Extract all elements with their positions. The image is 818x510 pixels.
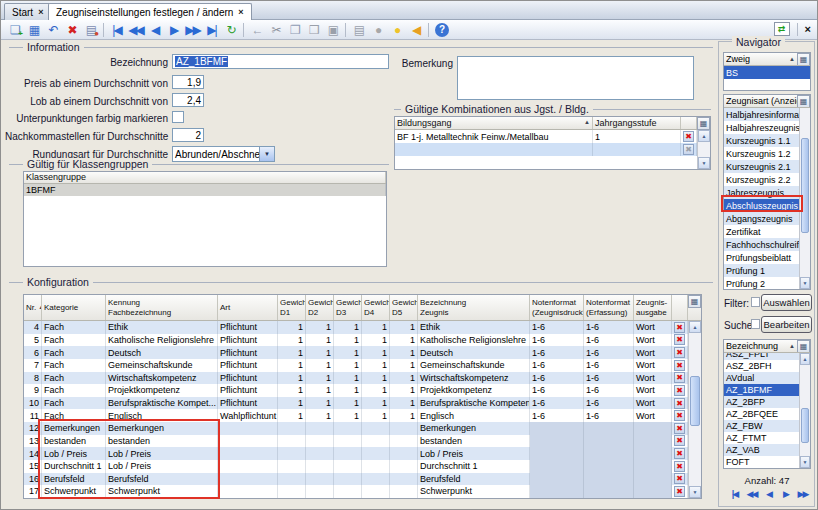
list-item[interactable]: AZ_2BFQEE xyxy=(724,408,799,420)
lob-input[interactable]: 2,4 xyxy=(172,93,204,107)
table-row[interactable]: 11FachEnglischWahlpflichtunt11111Englisc… xyxy=(24,409,701,422)
select-region-icon[interactable]: ▣ xyxy=(323,21,342,38)
delete-row-button[interactable]: ✖ xyxy=(683,144,694,155)
filter-auswaehlen-button[interactable]: Auswählen xyxy=(761,294,812,311)
delete-row-button[interactable]: ✖ xyxy=(674,486,685,497)
horn-icon[interactable]: ◀ xyxy=(406,21,425,38)
nav-first-button[interactable]: |◀ xyxy=(727,489,742,499)
tab-close-icon[interactable]: × xyxy=(38,7,43,17)
list-item[interactable]: Kurszeugnis 2.2 xyxy=(724,173,799,186)
table-row[interactable]: 4FachEthikPflichtunt11111Ethik1-61-6Wort… xyxy=(24,321,701,334)
nav-fast-prev-button[interactable]: ◀◀ xyxy=(744,489,759,499)
delete-row-button[interactable]: ✖ xyxy=(674,423,685,434)
dock-window-icon[interactable]: ⇄ xyxy=(774,22,790,36)
list-item[interactable]: AZ_FBW xyxy=(724,420,799,432)
column-header[interactable]: Gewicht D5 xyxy=(390,295,418,320)
list-item[interactable]: Kurszeugnis 1.1 xyxy=(724,134,799,147)
list-header[interactable]: Zweig▲▦ xyxy=(724,53,810,66)
field-chooser-icon[interactable]: ▦ xyxy=(797,95,810,108)
cut-icon[interactable]: ✂ xyxy=(266,21,285,38)
delete-row-button[interactable]: ✖ xyxy=(674,410,685,421)
copy-icon[interactable]: ❐ xyxy=(285,21,304,38)
table-row[interactable]: 15Durchschnitt 1Lob / PreisDurchschnitt … xyxy=(24,460,701,473)
delete-record-icon[interactable]: ✖ xyxy=(62,21,81,38)
fast-prev-record-icon[interactable]: ◀◀ xyxy=(126,21,145,38)
scroll-down-button[interactable]: ▼ xyxy=(800,456,810,468)
column-header[interactable]: Nr.▲ xyxy=(24,295,42,320)
undo-icon[interactable]: ↶ xyxy=(43,21,62,38)
list-item[interactable]: Prüfungsbeiblatt xyxy=(724,251,799,264)
column-header[interactable]: Gewicht D3 xyxy=(334,295,362,320)
field-chooser-icon[interactable]: ▦ xyxy=(797,53,810,66)
column-header[interactable]: Klassengruppe xyxy=(24,172,386,183)
scrollbar-thumb[interactable] xyxy=(801,408,809,443)
combobox-dropdown-icon[interactable]: ▼ xyxy=(259,147,274,161)
list-item[interactable]: Abgangszeugnis xyxy=(724,212,799,225)
field-chooser-icon[interactable]: ▦ xyxy=(697,117,710,130)
vertical-scrollbar[interactable]: ▼ xyxy=(799,108,810,289)
vertical-scrollbar[interactable]: ▲▼ xyxy=(697,130,710,169)
table-row[interactable]: 13bestandenbestandenbestanden✖ xyxy=(24,435,701,448)
table-row[interactable]: 12BemerkungenBemerkungenBemerkungen✖ xyxy=(24,422,701,435)
list-item[interactable]: Fachhochschulreife xyxy=(724,238,799,251)
scrollbar-thumb[interactable] xyxy=(801,138,809,233)
delete-row-button[interactable]: ✖ xyxy=(674,372,685,383)
list-item[interactable]: ASZ_FPLT xyxy=(724,353,799,360)
tab-zeugniseinstellungen[interactable]: Zeugniseinstellungen festlegen / ändern … xyxy=(48,3,252,20)
delete-row-button[interactable]: ✖ xyxy=(683,131,694,142)
column-header[interactable]: Bezeichnung Zeugnis xyxy=(418,295,530,320)
tab-start[interactable]: Start × xyxy=(4,3,51,20)
nachkommastellen-input[interactable]: 2 xyxy=(172,128,204,142)
delete-row-button[interactable]: ✖ xyxy=(674,473,685,484)
paste-icon[interactable]: ❒ xyxy=(304,21,323,38)
list-item[interactable]: Abschlusszeugnis xyxy=(724,199,799,212)
column-header[interactable]: Gewicht D4 xyxy=(362,295,390,320)
list-item[interactable]: Kurszeugnis 1.2 xyxy=(724,147,799,160)
list-header[interactable]: Bezeichnung▲▦ xyxy=(724,340,810,353)
table-row[interactable]: 7FachGemeinschaftskundePflichtunt11111Ge… xyxy=(24,359,701,372)
column-header[interactable]: Kennung Fachbezeichnung xyxy=(106,295,218,320)
next-record-icon[interactable]: ▶ xyxy=(164,21,183,38)
first-record-icon[interactable]: |◀ xyxy=(107,21,126,38)
field-chooser-icon[interactable]: ▦ xyxy=(797,340,810,353)
list-header[interactable]: Zeugnisart (Anzeig...▦ xyxy=(724,95,810,108)
scroll-down-button[interactable]: ▼ xyxy=(698,157,710,169)
list-item[interactable]: AZ_2BFP xyxy=(724,396,799,408)
column-header[interactable]: Bildungsgang▲ xyxy=(395,117,593,129)
column-header[interactable]: Notenformat (Zeugnisdruck) xyxy=(530,295,584,320)
list-item[interactable]: Prüfung 2 xyxy=(724,277,799,289)
prev-record-icon[interactable]: ◀ xyxy=(145,21,164,38)
delete-row-button[interactable]: ✖ xyxy=(674,435,685,446)
vertical-scrollbar[interactable]: ▲▼ xyxy=(688,321,701,498)
rundungsart-combobox[interactable]: Abrunden/Abschneiden ▼ xyxy=(172,146,275,162)
column-header[interactable]: Kategorie xyxy=(42,295,106,320)
list-item[interactable]: AZ_FTMT xyxy=(724,432,799,444)
stamp-icon[interactable]: ● xyxy=(368,21,387,38)
list-item[interactable]: Halbjahresinformat... xyxy=(724,108,799,121)
preis-input[interactable]: 1,9 xyxy=(172,75,204,89)
delete-row-button[interactable]: ✖ xyxy=(674,461,685,472)
list-item[interactable]: FOFT xyxy=(724,456,799,468)
field-chooser-icon[interactable]: ▦ xyxy=(688,295,701,308)
table-row[interactable]: 10FachBerufspraktische Kompet...Pflichtu… xyxy=(24,397,701,410)
column-header[interactable]: Gewicht D2 xyxy=(306,295,334,320)
scroll-down-button[interactable]: ▼ xyxy=(800,277,810,289)
delete-row-button[interactable]: ✖ xyxy=(674,347,685,358)
column-header[interactable]: Jahrgangsstufe xyxy=(593,117,681,129)
close-panel-icon[interactable]: × xyxy=(805,23,811,35)
list-item[interactable]: Prüfung 1 xyxy=(724,264,799,277)
list-item[interactable]: Jahreszeugnis xyxy=(724,186,799,199)
bezeichnung-input[interactable]: AZ_1BFMF xyxy=(172,54,389,69)
column-header[interactable]: Notenformat (Erfassung) xyxy=(584,295,634,320)
edit-record-icon[interactable]: ▤● xyxy=(81,21,100,38)
refresh-icon[interactable]: ↻ xyxy=(221,21,240,38)
last-record-icon[interactable]: ▶| xyxy=(202,21,221,38)
list-item[interactable]: AVdual xyxy=(724,372,799,384)
scroll-up-button[interactable]: ▲ xyxy=(698,130,710,142)
unterpunktungen-checkbox[interactable] xyxy=(172,111,184,123)
scroll-up-button[interactable]: ▲ xyxy=(800,353,810,365)
list-item[interactable]: AZ_VAB xyxy=(724,444,799,456)
column-header[interactable]: Zeugnis- ausgabe xyxy=(634,295,672,320)
bemerkung-textarea[interactable] xyxy=(457,56,694,100)
table-row[interactable]: ✖ xyxy=(395,143,710,156)
